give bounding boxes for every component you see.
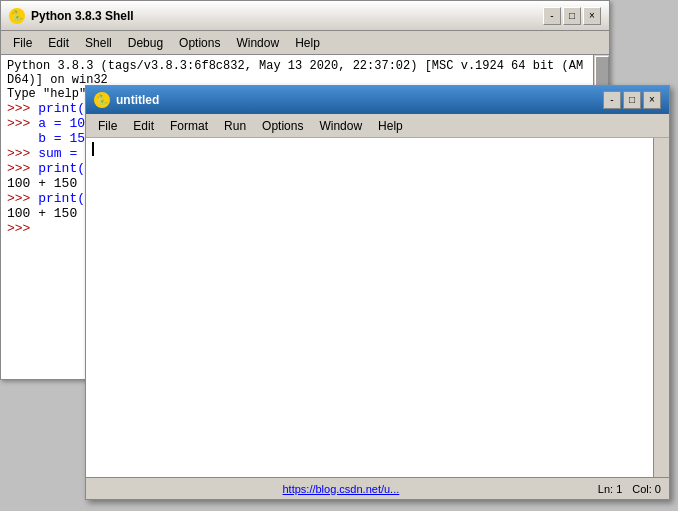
- editor-menu-run[interactable]: Run: [216, 117, 254, 135]
- shell-icon: 🐍: [9, 8, 25, 24]
- editor-menu-options[interactable]: Options: [254, 117, 311, 135]
- shell-menu-shell[interactable]: Shell: [77, 34, 120, 52]
- statusbar-url: https://blog.csdn.net/u...: [94, 483, 588, 495]
- editor-menubar: File Edit Format Run Options Window Help: [86, 114, 669, 138]
- editor-menu-format[interactable]: Format: [162, 117, 216, 135]
- shell-menu-edit[interactable]: Edit: [40, 34, 77, 52]
- statusbar-col: Col: 0: [632, 483, 661, 495]
- shell-menubar: File Edit Shell Debug Options Window Hel…: [1, 31, 609, 55]
- editor-icon: 🐍: [94, 92, 110, 108]
- shell-close-button[interactable]: ×: [583, 7, 601, 25]
- editor-menu-file[interactable]: File: [90, 117, 125, 135]
- shell-prompt6: >>>: [7, 221, 30, 236]
- shell-title: Python 3.8.3 Shell: [31, 9, 543, 23]
- shell-info-line1: Python 3.8.3 (tags/v3.8.3:6f8c832, May 1…: [7, 59, 603, 73]
- shell-prompt2: >>>: [7, 116, 30, 131]
- shell-menu-options[interactable]: Options: [171, 34, 228, 52]
- editor-menu-window[interactable]: Window: [311, 117, 370, 135]
- editor-titlebar: 🐍 untitled - □ ×: [86, 86, 669, 114]
- text-cursor: [92, 142, 94, 156]
- shell-menu-window[interactable]: Window: [228, 34, 287, 52]
- editor-title: untitled: [116, 93, 603, 107]
- editor-cursor-line: [92, 142, 663, 156]
- shell-menu-file[interactable]: File: [5, 34, 40, 52]
- editor-window[interactable]: 🐍 untitled - □ × File Edit Format Run Op…: [85, 85, 670, 500]
- shell-prompt3: >>>: [7, 146, 30, 161]
- statusbar-line: Ln: 1: [598, 483, 622, 495]
- editor-menu-edit[interactable]: Edit: [125, 117, 162, 135]
- shell-prompt4: >>>: [7, 161, 30, 176]
- editor-titlebar-buttons: - □ ×: [603, 91, 661, 109]
- shell-menu-debug[interactable]: Debug: [120, 34, 171, 52]
- shell-prompt5: >>>: [7, 191, 30, 206]
- editor-maximize-button[interactable]: □: [623, 91, 641, 109]
- editor-minimize-button[interactable]: -: [603, 91, 621, 109]
- editor-statusbar: https://blog.csdn.net/u... Ln: 1 Col: 0: [86, 477, 669, 499]
- editor-menu-help[interactable]: Help: [370, 117, 411, 135]
- editor-scrollbar[interactable]: [653, 138, 669, 477]
- shell-prompt1: >>>: [7, 101, 30, 116]
- shell-minimize-button[interactable]: -: [543, 7, 561, 25]
- editor-content[interactable]: [86, 138, 669, 477]
- shell-menu-help[interactable]: Help: [287, 34, 328, 52]
- editor-close-button[interactable]: ×: [643, 91, 661, 109]
- shell-titlebar-buttons: - □ ×: [543, 7, 601, 25]
- shell-maximize-button[interactable]: □: [563, 7, 581, 25]
- shell-titlebar: 🐍 Python 3.8.3 Shell - □ ×: [1, 1, 609, 31]
